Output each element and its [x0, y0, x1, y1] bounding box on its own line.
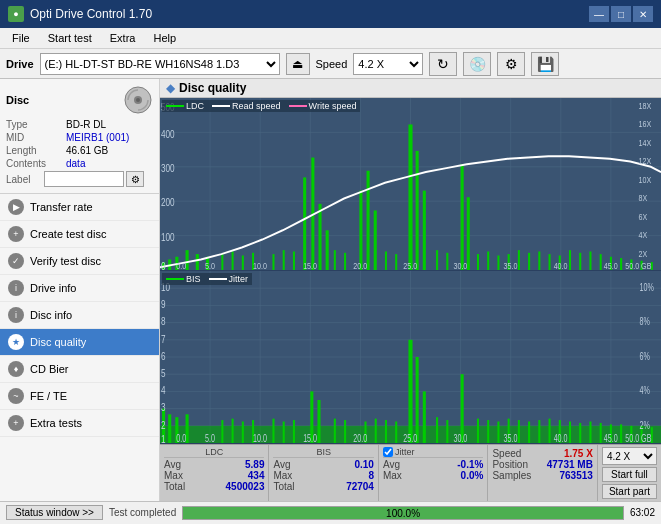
- svg-text:300: 300: [161, 162, 175, 174]
- start-full-button[interactable]: Start full: [602, 467, 657, 482]
- eject-button[interactable]: ⏏: [286, 53, 310, 75]
- control-column: 4.2 X Start full Start part: [598, 445, 661, 501]
- bis-chart: 10 9 8 7 6 5 4 3 2 1 10% 8% 6% 4% 2%: [160, 271, 661, 443]
- svg-text:50.0 GB: 50.0 GB: [625, 432, 651, 443]
- svg-rect-49: [487, 251, 489, 270]
- sidebar-item-drive-info[interactable]: i Drive info: [0, 275, 159, 302]
- app-title: Opti Drive Control 1.70: [30, 7, 152, 21]
- svg-rect-118: [423, 391, 426, 443]
- svg-rect-124: [242, 422, 244, 444]
- menu-bar: File Start test Extra Help: [0, 28, 661, 49]
- stats-bar: LDC Avg 5.89 Max 434 Total 4500023: [160, 444, 661, 501]
- drive-label: Drive: [6, 58, 34, 70]
- sidebar-item-verify-test-disc[interactable]: ✓ Verify test disc: [0, 248, 159, 275]
- menu-extra[interactable]: Extra: [102, 30, 144, 46]
- svg-text:5: 5: [161, 367, 166, 380]
- sidebar-item-fe-te[interactable]: ~ FE / TE: [0, 383, 159, 410]
- label-row: Label ⚙: [6, 171, 153, 187]
- svg-rect-47: [446, 253, 448, 270]
- svg-rect-132: [375, 419, 377, 443]
- disc-icon: [123, 85, 153, 115]
- menu-help[interactable]: Help: [145, 30, 184, 46]
- minimize-button[interactable]: —: [589, 6, 609, 22]
- svg-text:0.0: 0.0: [176, 432, 186, 443]
- save-button[interactable]: 💾: [531, 52, 559, 76]
- svg-rect-60: [600, 254, 602, 270]
- svg-text:400: 400: [161, 128, 175, 140]
- sidebar-item-disc-info[interactable]: i Disc info: [0, 302, 159, 329]
- svg-rect-130: [344, 420, 346, 443]
- disc-button[interactable]: 💿: [463, 52, 491, 76]
- jitter-checkbox[interactable]: [383, 447, 393, 457]
- drive-select[interactable]: (E:) HL-DT-ST BD-RE WH16NS48 1.D3: [40, 53, 280, 75]
- start-part-button[interactable]: Start part: [602, 484, 657, 499]
- svg-text:5.0: 5.0: [205, 432, 215, 443]
- speed-dropdown[interactable]: 4.2 X: [602, 447, 657, 465]
- bis-stats: BIS Avg 0.10 Max 8 Total 72704: [269, 445, 378, 501]
- read-speed-legend: Read speed: [212, 101, 281, 111]
- speed-stat-label: Speed: [492, 448, 521, 459]
- svg-rect-121: [317, 400, 320, 443]
- settings-button[interactable]: ⚙: [497, 52, 525, 76]
- sidebar-item-extra-tests[interactable]: + Extra tests: [0, 410, 159, 437]
- svg-text:2%: 2%: [640, 419, 651, 431]
- svg-rect-127: [283, 422, 285, 444]
- svg-text:40.0: 40.0: [554, 432, 568, 443]
- sidebar-label-create-test-disc: Create test disc: [30, 228, 106, 240]
- disc-label-btn[interactable]: ⚙: [126, 171, 144, 187]
- sidebar: Disc Type BD-R DL MID MEIRB1 (001) L: [0, 79, 160, 501]
- sidebar-item-transfer-rate[interactable]: ▶ Transfer rate: [0, 194, 159, 221]
- svg-rect-46: [436, 250, 438, 270]
- close-button[interactable]: ✕: [633, 6, 653, 22]
- speed-select[interactable]: 4.2 X: [353, 53, 423, 75]
- drive-bar: Drive (E:) HL-DT-ST BD-RE WH16NS48 1.D3 …: [0, 49, 661, 79]
- svg-rect-48: [477, 254, 479, 270]
- samples-val: 763513: [560, 470, 593, 481]
- sidebar-label-cd-bier: CD Bier: [30, 363, 69, 375]
- ldc-stats: LDC Avg 5.89 Max 434 Total 4500023: [160, 445, 269, 501]
- disc-contents-label: Contents: [6, 158, 66, 169]
- svg-rect-28: [367, 171, 370, 270]
- svg-text:10X: 10X: [639, 175, 652, 185]
- svg-text:45.0: 45.0: [604, 261, 618, 270]
- svg-rect-45: [395, 254, 397, 270]
- bis-header: BIS: [273, 447, 373, 458]
- progress-bar-container: 100.0%: [182, 506, 624, 520]
- sidebar-item-create-test-disc[interactable]: + Create test disc: [0, 221, 159, 248]
- svg-rect-149: [600, 423, 602, 443]
- svg-rect-43: [344, 253, 346, 270]
- svg-rect-135: [436, 417, 438, 443]
- svg-rect-144: [549, 419, 551, 443]
- sidebar-item-cd-bier[interactable]: ♦ CD Bier: [0, 356, 159, 383]
- svg-text:5.0: 5.0: [205, 261, 215, 270]
- svg-rect-35: [221, 254, 223, 270]
- svg-text:30.0: 30.0: [453, 261, 467, 270]
- svg-text:20.0: 20.0: [353, 261, 367, 270]
- menu-file[interactable]: File: [4, 30, 38, 46]
- maximize-button[interactable]: □: [611, 6, 631, 22]
- svg-text:8X: 8X: [639, 193, 648, 203]
- svg-text:45.0: 45.0: [604, 432, 618, 443]
- svg-text:35.0: 35.0: [504, 432, 518, 443]
- svg-text:10.0: 10.0: [253, 432, 267, 443]
- disc-label-input[interactable]: [44, 171, 124, 187]
- jitter-stats: Jitter Avg -0.1% Max 0.0%: [379, 445, 488, 501]
- status-window-button[interactable]: Status window >>: [6, 505, 103, 520]
- svg-rect-53: [528, 253, 530, 270]
- svg-text:4X: 4X: [639, 230, 648, 240]
- svg-rect-29: [374, 210, 377, 270]
- svg-text:9: 9: [161, 298, 166, 311]
- svg-text:0: 0: [161, 260, 166, 270]
- svg-rect-37: [242, 255, 244, 270]
- svg-text:100: 100: [161, 231, 175, 243]
- svg-text:7: 7: [161, 332, 166, 345]
- svg-text:8: 8: [161, 315, 166, 328]
- svg-rect-55: [549, 254, 551, 270]
- create-test-disc-icon: +: [8, 226, 24, 242]
- menu-start-test[interactable]: Start test: [40, 30, 100, 46]
- refresh-button[interactable]: ↻: [429, 52, 457, 76]
- svg-text:3: 3: [161, 401, 166, 414]
- disc-type-field: Type BD-R DL: [6, 119, 153, 130]
- disc-mid-label: MID: [6, 132, 66, 143]
- sidebar-item-disc-quality[interactable]: ★ Disc quality: [0, 329, 159, 356]
